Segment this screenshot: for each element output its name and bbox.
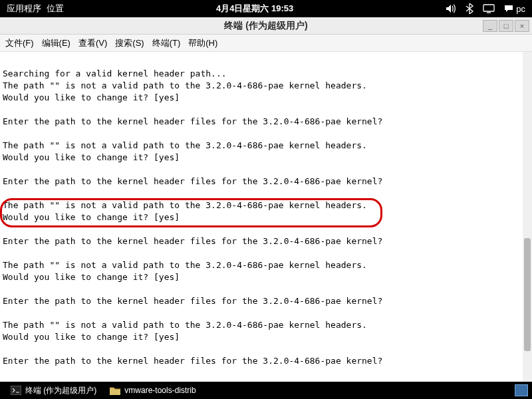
bluetooth-icon[interactable] [466, 3, 473, 14]
menu-help[interactable]: 帮助(H) [188, 37, 217, 49]
volume-icon[interactable] [446, 4, 456, 13]
scroll-thumb[interactable] [524, 238, 531, 351]
menu-bar: 文件(F) 编辑(E) 查看(V) 搜索(S) 终端(T) 帮助(H) [0, 35, 532, 52]
user-label: pc [516, 4, 525, 14]
display-icon[interactable] [483, 4, 495, 13]
taskbar-label: 终端 (作为超级用户) [25, 385, 96, 396]
minimize-button[interactable]: _ [483, 20, 497, 32]
scrollbar[interactable] [523, 52, 532, 382]
user-menu[interactable]: pc [504, 4, 525, 14]
window-title: 终端 (作为超级用户) [0, 20, 532, 32]
svg-rect-1 [11, 386, 21, 395]
terminal-output[interactable]: Searching for a valid kernel header path… [0, 52, 523, 382]
terminal-area: Searching for a valid kernel header path… [0, 52, 532, 382]
bottom-tray [515, 384, 528, 396]
top-panel: 应用程序 位置 4月4日星期六 19:53 pc [0, 0, 532, 17]
chat-icon [504, 5, 513, 13]
maximize-button[interactable]: □ [499, 20, 513, 32]
places-menu[interactable]: 位置 [47, 3, 64, 15]
menu-terminal[interactable]: 终端(T) [152, 37, 181, 49]
top-panel-left: 应用程序 位置 [7, 3, 64, 15]
svg-rect-0 [483, 5, 494, 11]
clock[interactable]: 4月4日星期六 19:53 [64, 3, 446, 15]
applications-menu[interactable]: 应用程序 [7, 3, 41, 15]
window-controls: _ □ × [483, 20, 529, 32]
taskbar-item-folder[interactable]: vmware-tools-distrib [103, 382, 202, 399]
window-titlebar[interactable]: 终端 (作为超级用户) _ □ × [0, 17, 532, 35]
menu-file[interactable]: 文件(F) [5, 37, 34, 49]
menu-view[interactable]: 查看(V) [78, 37, 107, 49]
menu-search[interactable]: 搜索(S) [115, 37, 144, 49]
folder-icon [110, 385, 120, 396]
taskbar-item-terminal[interactable]: 终端 (作为超级用户) [4, 382, 103, 399]
close-button[interactable]: × [515, 20, 529, 32]
bottom-panel: 终端 (作为超级用户) vmware-tools-distrib [0, 382, 532, 399]
top-panel-right: pc [446, 3, 525, 14]
menu-edit[interactable]: 编辑(E) [42, 37, 70, 49]
taskbar-label: vmware-tools-distrib [124, 386, 196, 395]
terminal-icon [11, 385, 21, 396]
workspace-switcher[interactable] [515, 384, 528, 396]
